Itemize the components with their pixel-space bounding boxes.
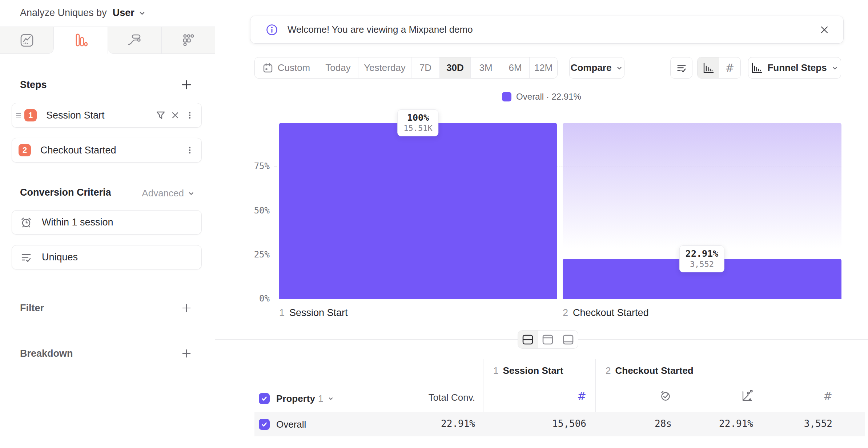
- counting-method-control[interactable]: Uniques: [12, 245, 202, 269]
- step-menu-button[interactable]: [182, 108, 197, 123]
- count-view-toggle[interactable]: #: [719, 57, 740, 78]
- chart-percent-icon: [741, 390, 753, 402]
- row-checkbox[interactable]: [259, 419, 270, 430]
- property-dropdown[interactable]: Property1: [276, 393, 323, 404]
- chevron-down-icon: [138, 9, 146, 17]
- add-filter-button[interactable]: [179, 300, 194, 316]
- compare-label: Compare: [571, 62, 612, 73]
- legend-separator: ·: [546, 92, 549, 101]
- row-label: Overall: [276, 419, 306, 430]
- date-range-label: 7D: [419, 62, 431, 73]
- total-conv-header[interactable]: Total Conv.: [429, 392, 475, 403]
- funnels-icon: [73, 33, 88, 48]
- list-check-icon: [20, 251, 32, 264]
- date-range-today[interactable]: Today: [318, 57, 358, 78]
- date-range-label: Yesterday: [364, 62, 406, 73]
- list-check-icon: [676, 62, 687, 74]
- y-axis-tick: [274, 299, 277, 299]
- tooltip-percent: 100%: [403, 112, 432, 123]
- property-label: Property: [276, 393, 315, 404]
- funnel-bar-session-start[interactable]: [279, 123, 557, 299]
- date-range-30d[interactable]: 30D: [440, 57, 471, 78]
- group-name: Checkout Started: [615, 365, 693, 376]
- tooltip-count: 3,552: [686, 260, 718, 269]
- step-number-badge: 2: [19, 144, 31, 156]
- kebab-menu-icon: [185, 111, 194, 120]
- compare-button[interactable]: Compare: [569, 57, 624, 79]
- conv-rate-metric-header[interactable]: [741, 390, 753, 402]
- count-metric-header[interactable]: #: [823, 390, 832, 403]
- check-icon: [261, 395, 268, 402]
- tooltip-count: 15.51K: [403, 124, 432, 133]
- close-icon: [819, 25, 829, 35]
- tooltip-percent: 22.91%: [686, 248, 718, 259]
- chart-legend[interactable]: Overall · 22.91%: [215, 92, 868, 102]
- steps-section-title: Steps: [20, 79, 47, 91]
- analyze-by-label: Analyze Uniques by: [20, 7, 107, 19]
- count-metric-header[interactable]: #: [577, 390, 586, 403]
- y-axis-tick-label: 25%: [226, 249, 270, 260]
- step-filter-button[interactable]: [153, 108, 168, 123]
- check-icon: [261, 421, 268, 428]
- avg-time-metric-header[interactable]: [659, 390, 672, 402]
- drag-handle-icon[interactable]: [16, 112, 21, 119]
- chevron-down-icon: [831, 64, 839, 72]
- add-step-button[interactable]: [179, 77, 194, 92]
- date-range-6m[interactable]: 6M: [501, 57, 530, 78]
- add-breakdown-button[interactable]: [179, 346, 194, 361]
- step-remove-button[interactable]: [168, 108, 182, 123]
- layout-top-icon: [542, 334, 554, 345]
- analyze-by-value-dropdown[interactable]: User: [113, 7, 134, 19]
- y-axis-tick-label: 0%: [226, 293, 270, 304]
- tab-insights[interactable]: [0, 27, 54, 54]
- layout-split-button[interactable]: [518, 331, 538, 348]
- table-group-header: 1 Session Start: [493, 365, 563, 376]
- legend-value: 22.91%: [551, 92, 581, 101]
- property-index: 1: [318, 393, 323, 404]
- y-axis-tick-label: 75%: [226, 161, 270, 171]
- flows-icon: [127, 33, 142, 48]
- tab-funnels[interactable]: [54, 27, 108, 54]
- tab-retention[interactable]: [162, 27, 215, 54]
- date-range-label: 12M: [534, 62, 553, 73]
- cell-total-conv: 22.91%: [441, 418, 475, 429]
- breakdown-section-title: Breakdown: [20, 348, 73, 359]
- group-name: Session Start: [503, 365, 563, 376]
- date-range-7d[interactable]: 7D: [411, 57, 440, 78]
- chart-type-dropdown[interactable]: Funnel Steps: [748, 57, 841, 79]
- x-axis-step-label: 2 Checkout Started: [563, 307, 649, 319]
- info-icon: [266, 24, 278, 36]
- hash-icon: #: [823, 390, 832, 403]
- step-row[interactable]: 1 Session Start: [12, 103, 202, 128]
- date-range-3m[interactable]: 3M: [471, 57, 501, 78]
- uniques-toggle-button[interactable]: [670, 57, 692, 79]
- conversion-window-control[interactable]: Within 1 session: [12, 210, 202, 235]
- advanced-dropdown[interactable]: Advanced: [142, 188, 195, 199]
- y-axis-tick: [274, 167, 277, 167]
- filter-section-title: Filter: [20, 303, 44, 314]
- advanced-label: Advanced: [142, 188, 184, 199]
- analyze-by-control: Analyze Uniques by User: [20, 7, 146, 19]
- date-range-12m[interactable]: 12M: [530, 57, 557, 78]
- step-menu-button[interactable]: [182, 143, 197, 157]
- date-range-label: 30D: [446, 62, 464, 73]
- cell-step2-avg-time: 28s: [655, 418, 672, 429]
- date-range-yesterday[interactable]: Yesterday: [358, 57, 411, 78]
- y-axis-tick: [274, 255, 277, 255]
- date-range-custom[interactable]: Custom: [255, 57, 318, 78]
- step-row[interactable]: 2 Checkout Started: [12, 138, 202, 163]
- layout-chart-only-button[interactable]: [538, 331, 558, 348]
- banner-close-button[interactable]: [819, 25, 829, 35]
- layout-table-only-button[interactable]: [558, 331, 578, 348]
- select-all-checkbox[interactable]: [259, 393, 270, 404]
- plus-icon: [181, 79, 192, 91]
- tab-flows[interactable]: [108, 27, 162, 54]
- chart-type-label: Funnel Steps: [767, 62, 827, 73]
- retention-icon: [181, 33, 196, 48]
- cell-step2-count: 3,552: [804, 418, 832, 429]
- step-label[interactable]: Session Start: [46, 110, 105, 121]
- layout-split-icon: [522, 334, 534, 345]
- step-label[interactable]: Checkout Started: [40, 145, 116, 156]
- percent-view-toggle[interactable]: [698, 57, 719, 78]
- bar-value-tooltip: 100% 15.51K: [397, 109, 438, 136]
